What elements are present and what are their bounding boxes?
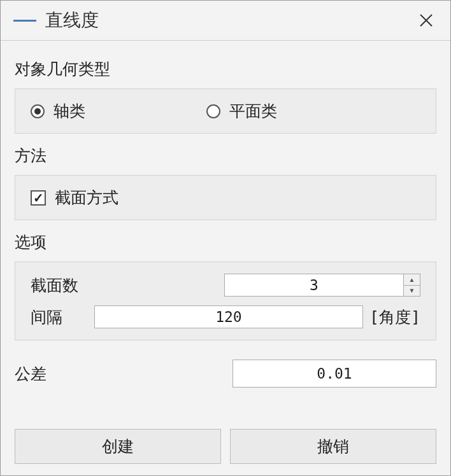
checkbox-icon: ✓	[31, 190, 46, 206]
spinner-up-button[interactable]: ▲	[404, 274, 420, 286]
options-label: 选项	[15, 232, 436, 253]
tolerance-input[interactable]: 0.01	[233, 360, 436, 388]
spinner-buttons: ▲ ▼	[403, 274, 420, 296]
close-button[interactable]	[415, 9, 438, 32]
checkbox-section-mode[interactable]: ✓ 截面方式	[31, 187, 420, 208]
dialog-title: 直线度	[45, 8, 99, 32]
radio-icon	[206, 104, 220, 118]
method-label: 方法	[15, 145, 436, 166]
radio-plane-label: 平面类	[229, 101, 277, 122]
tolerance-row: 公差 0.01	[15, 360, 436, 388]
radio-icon	[31, 104, 45, 118]
geometry-radio-group: 轴类 平面类	[31, 101, 420, 122]
create-button[interactable]: 创建	[15, 429, 221, 464]
interval-unit: [角度]	[369, 307, 420, 328]
method-panel: ✓ 截面方式	[15, 175, 436, 220]
title-bar: 直线度	[1, 1, 450, 41]
spinner-down-button[interactable]: ▼	[404, 286, 420, 297]
interval-row: 间隔 120 [角度]	[31, 305, 420, 328]
radio-plane[interactable]: 平面类	[206, 101, 277, 122]
section-count-row: 截面数 3 ▲ ▼	[31, 274, 420, 297]
tolerance-label: 公差	[15, 363, 47, 384]
interval-label: 间隔	[31, 307, 88, 328]
interval-input[interactable]: 120	[94, 305, 363, 328]
button-row: 创建 撤销	[1, 420, 450, 475]
checkbox-section-mode-label: 截面方式	[55, 187, 118, 208]
dialog-content: 对象几何类型 轴类 平面类 方法 ✓ 截面方式 选项 截	[1, 41, 450, 420]
radio-axis-label: 轴类	[54, 101, 85, 122]
straightness-dialog: 直线度 对象几何类型 轴类 平面类 方法	[0, 0, 451, 476]
title-left: 直线度	[13, 8, 99, 32]
section-count-spinner[interactable]: 3 ▲ ▼	[224, 274, 420, 297]
radio-axis[interactable]: 轴类	[31, 101, 85, 122]
straightness-icon	[13, 20, 36, 22]
close-icon	[419, 13, 433, 27]
options-panel: 截面数 3 ▲ ▼ 间隔 120 [角度]	[15, 262, 436, 340]
section-count-value: 3	[225, 274, 403, 296]
section-count-label: 截面数	[31, 275, 88, 296]
cancel-button[interactable]: 撤销	[230, 429, 436, 464]
geometry-type-panel: 轴类 平面类	[15, 88, 436, 134]
geometry-type-label: 对象几何类型	[15, 59, 436, 80]
